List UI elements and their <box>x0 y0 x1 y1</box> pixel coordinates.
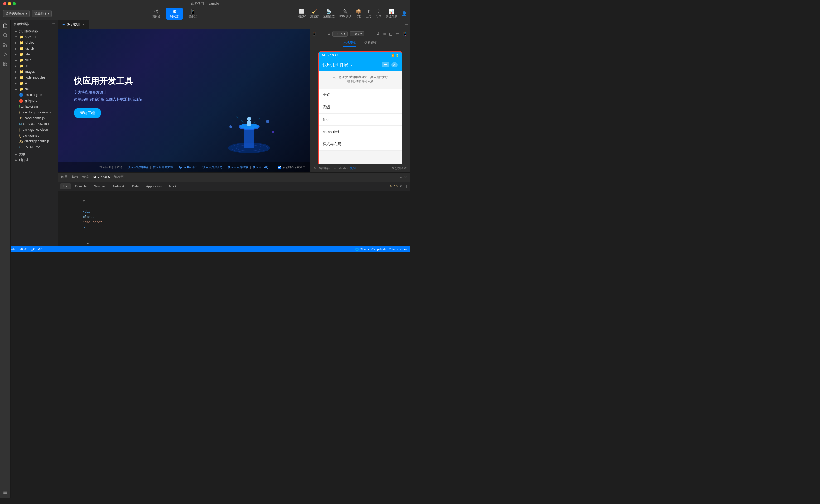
app-select[interactable]: 选择关联应用 ▾ <box>3 10 30 17</box>
debugger-btn[interactable]: ⚙ 调试器 <box>166 8 183 20</box>
upload-btn[interactable]: ⬆ 上传 <box>366 9 372 18</box>
tree-changelog[interactable]: M CHANGELOG.md <box>11 121 58 127</box>
phone-menu-item-computed[interactable]: computed <box>319 126 402 138</box>
footer-link-docs[interactable]: 快应用官方文档 <box>153 165 173 169</box>
tree-ide[interactable]: ▶ 📁 .ide <box>11 51 58 57</box>
sidebar-icon-extensions[interactable] <box>2 60 9 67</box>
clear-cache-btn[interactable]: 🧹 清缓存 <box>310 9 319 18</box>
tree-project-root[interactable]: ▼ 📁 SAMPLE <box>11 34 58 40</box>
split-editor-icon[interactable]: ⋯ <box>405 23 408 26</box>
devtools-tab-sources[interactable]: Sources <box>91 183 109 189</box>
preview-settings-icon[interactable]: ⚙ <box>327 32 330 36</box>
devtools-tab-ux[interactable]: UX <box>60 183 71 189</box>
welcome-tab[interactable]: ✦ 欢迎使用 × <box>58 20 89 29</box>
footer-link-faq[interactable]: 快应用 FAQ <box>253 165 268 169</box>
phone-menu-item-filter[interactable]: filter <box>319 114 402 126</box>
phone-close-btn[interactable]: ✕ <box>391 62 398 67</box>
simulator-btn[interactable]: 📱 模拟器 <box>184 8 201 20</box>
bottom-tab-devtools[interactable]: DEVTOOLS <box>93 174 110 180</box>
tree-build[interactable]: ▶ 📁 build <box>11 57 58 63</box>
devtools-tab-data[interactable]: Data <box>129 183 142 189</box>
tree-circleci[interactable]: ▶ 📁 .circleci <box>11 40 58 46</box>
sidebar-icon-search[interactable] <box>2 32 9 39</box>
panel-collapse-btn[interactable]: ∧ <box>400 175 402 179</box>
sidebar-icon-git[interactable] <box>2 41 9 49</box>
devtools-tab-network[interactable]: Network <box>110 183 128 189</box>
warnings-status[interactable]: △0 <box>31 248 35 251</box>
code-panel: ▼ <div class= "doc-page" > ▶ <tabs> … </… <box>58 191 410 246</box>
tree-github[interactable]: ▶ 📁 .github <box>11 46 58 51</box>
phone-menu-item-style[interactable]: 样式与布局 <box>319 138 402 151</box>
preview-back-btn[interactable]: ← <box>369 31 374 36</box>
account-btn[interactable]: 👤 <box>402 11 407 16</box>
tree-quickapp-preview[interactable]: {} .quickapp.preview.json <box>11 109 58 115</box>
devtools-tab-console[interactable]: Console <box>72 183 90 189</box>
maximize-button[interactable] <box>13 2 16 5</box>
tab-close-btn[interactable]: × <box>82 22 84 27</box>
plugin-status[interactable]: ⊙ tabnine pro <box>389 248 407 251</box>
preview-settings-btn[interactable]: ⚙ 预览设置 <box>392 166 407 170</box>
ratio-selector[interactable]: 9：16 ▾ <box>332 31 348 37</box>
tab-local-preview[interactable]: 本地预览 <box>343 41 356 47</box>
errors-status[interactable]: ⊘0 <box>38 248 42 251</box>
tree-quickapp-config[interactable]: JS quickapp.config.js <box>11 138 58 144</box>
new-file-icon[interactable]: ⋯ <box>52 22 55 26</box>
preview-frame-btn[interactable]: ▭ <box>395 31 400 36</box>
devtools-tab-application[interactable]: Application <box>143 183 165 189</box>
tree-gitignore[interactable]: ⬤ .gitignore <box>11 98 58 104</box>
share-btn[interactable]: ⤴ 分享 <box>376 9 382 18</box>
outline-section[interactable]: ▶ 大纲 <box>11 151 58 157</box>
bottom-tab-output[interactable]: 输出 <box>72 174 78 181</box>
footer-link-apex-ui[interactable]: Apex-UI组件库 <box>178 165 197 169</box>
preview-layout-btn[interactable]: ◫ <box>388 31 394 36</box>
preview-refresh-btn[interactable]: ↺ <box>375 31 381 36</box>
devtools-settings-btn[interactable]: ⚙ <box>400 185 403 188</box>
tree-gitlab-ci[interactable]: ! .gitlab-ci.yml <box>11 104 58 109</box>
tree-package-json[interactable]: {} package.json <box>11 133 58 138</box>
usb-debug-btn[interactable]: 🔌 USB 调试 <box>339 9 351 18</box>
zoom-selector[interactable]: 100% ▾ <box>350 31 364 36</box>
timeline-section[interactable]: ▶ 时间轴 <box>11 157 58 163</box>
resource-help-btn[interactable]: 📊 资源帮助 <box>386 9 397 18</box>
tree-src[interactable]: ▶ 📁 src <box>11 86 58 92</box>
devtools-more-btn[interactable]: ⋮ <box>405 185 408 188</box>
skeleton-btn[interactable]: ⬜ 骨架屏 <box>297 9 306 18</box>
tree-images[interactable]: ▶ 📁 images <box>11 69 58 75</box>
phone-menu-item-basic[interactable]: 基础 <box>319 89 402 101</box>
bottom-tab-terminal[interactable]: 终端 <box>82 174 89 181</box>
footer-link-official-site[interactable]: 快应用官方网站 <box>128 165 148 169</box>
close-button[interactable] <box>3 2 6 5</box>
preview-device-btn[interactable]: 📱 <box>401 31 408 36</box>
sync-status[interactable]: ↓0 ↑2↑ <box>20 248 28 251</box>
bottom-tab-problems[interactable]: 问题 <box>61 174 67 181</box>
tree-sign[interactable]: ▶ 📁 sign <box>11 80 58 86</box>
footer-link-resources[interactable]: 快应用资源汇总 <box>202 165 223 169</box>
remote-preview-btn[interactable]: 📡 远程预览 <box>323 9 335 18</box>
preview-grid-btn[interactable]: ⊞ <box>382 31 387 36</box>
footer-link-search[interactable]: 快应用问题检索 <box>228 165 248 169</box>
tree-dist[interactable]: ▶ 📁 dist <box>11 63 58 69</box>
translate-select[interactable]: 普通编译 ▾ <box>32 10 52 17</box>
tree-eslintrc[interactable]: 🔵 .eslintrc.json <box>11 92 58 98</box>
sidebar-icon-files[interactable] <box>2 22 9 30</box>
tree-readme[interactable]: ℹ README.md <box>11 144 58 150</box>
js-file-icon: JS <box>19 116 23 120</box>
new-project-btn[interactable]: 新建工程 <box>74 108 101 118</box>
package-btn[interactable]: 📦 打包 <box>356 9 361 18</box>
sidebar-icon-debug[interactable] <box>2 51 9 58</box>
phone-more-btn[interactable]: ••• <box>382 62 389 67</box>
editor-btn[interactable]: ⟨/⟩ 编辑器 <box>148 8 165 20</box>
tree-babel-config[interactable]: JS babel.config.js <box>11 115 58 121</box>
minimize-button[interactable] <box>8 2 11 5</box>
tab-remote-preview[interactable]: 远程预览 <box>364 41 377 47</box>
bottom-tab-precheck[interactable]: 预检测 <box>114 174 124 181</box>
language-status[interactable]: 🌐 Chinese (Simplified) <box>355 248 386 251</box>
panel-close-btn[interactable]: ✕ <box>404 175 407 179</box>
tree-open-editors[interactable]: ▶ 打开的编辑器 <box>11 28 58 34</box>
devtools-tab-mock[interactable]: Mock <box>166 183 180 189</box>
show-welcome-checkbox[interactable] <box>278 166 281 169</box>
phone-menu-item-advanced[interactable]: 高级 <box>319 101 402 114</box>
copy-path-btn[interactable]: 复制 <box>350 166 356 170</box>
tree-node-modules[interactable]: ▶ 📁 node_modules <box>11 75 58 80</box>
tree-package-lock[interactable]: {} package-lock.json <box>11 127 58 133</box>
